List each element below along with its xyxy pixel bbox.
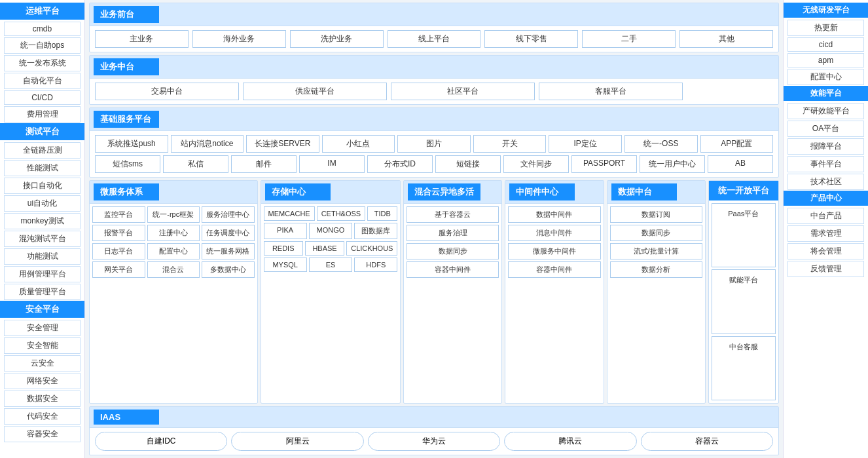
micro-service-item[interactable]: 统一-rpc框架 xyxy=(147,206,200,223)
micro-service-item[interactable]: 注册中心 xyxy=(147,225,200,241)
iaas-item[interactable]: 阿里云 xyxy=(231,432,363,451)
left-sidebar-item[interactable]: 安全管理 xyxy=(4,320,81,336)
left-sidebar-item[interactable]: 网络安全 xyxy=(4,373,81,389)
storage-item[interactable]: MONGO xyxy=(309,223,352,239)
storage-item[interactable]: REDIS xyxy=(264,241,303,256)
left-sidebar-item[interactable]: 接口自动化 xyxy=(4,178,81,194)
unified-open-item[interactable]: 赋能平台 xyxy=(712,269,776,334)
middleware-item[interactable]: 数据中间件 xyxy=(508,206,600,223)
micro-service-item[interactable]: 统一服务网格 xyxy=(202,243,255,259)
left-sidebar-item[interactable]: 用例管理平台 xyxy=(4,266,81,282)
hybrid-cloud-item[interactable]: 容器中间件 xyxy=(407,261,499,278)
left-sidebar-item[interactable]: 功能测试 xyxy=(4,248,81,265)
business-front-item[interactable]: 主业务 xyxy=(95,30,189,48)
unified-open-item[interactable]: 中台客服 xyxy=(712,336,776,400)
basic-service-item[interactable]: 站内消息notice xyxy=(171,135,244,153)
left-sidebar-item[interactable]: CI/CD xyxy=(4,90,81,105)
hybrid-cloud-item[interactable]: 服务治理 xyxy=(407,225,499,241)
micro-service-item[interactable]: 任务调度中心 xyxy=(202,225,255,241)
left-sidebar-item[interactable]: 统一发布系统 xyxy=(4,55,81,71)
unified-open-item[interactable]: Paas平台 xyxy=(712,203,776,267)
left-sidebar-item[interactable]: 代码安全 xyxy=(4,408,81,425)
right-sidebar-item[interactable]: 技术社区 xyxy=(787,174,864,190)
storage-item[interactable]: PIKA xyxy=(264,223,307,239)
business-middle-item[interactable]: 社区平台 xyxy=(391,83,535,100)
micro-service-item[interactable]: 监控平台 xyxy=(92,206,145,223)
basic-service-item[interactable]: IP定位 xyxy=(549,135,622,153)
business-middle-item[interactable]: 供应链平台 xyxy=(243,83,387,100)
right-sidebar-item[interactable]: cicd xyxy=(787,37,864,52)
data-center-item[interactable]: 流式/批量计算 xyxy=(610,243,702,259)
iaas-item[interactable]: 容器云 xyxy=(641,432,773,451)
right-sidebar-item[interactable]: 中台产品 xyxy=(787,208,864,224)
business-front-item[interactable]: 线上平台 xyxy=(388,30,481,48)
left-sidebar-item[interactable]: ui自动化 xyxy=(4,195,81,212)
left-sidebar-item[interactable]: 容器安全 xyxy=(4,426,81,442)
right-sidebar-item[interactable]: 需求管理 xyxy=(787,225,864,242)
middleware-item[interactable]: 消息中间件 xyxy=(508,225,600,241)
basic-service-item[interactable]: 开关 xyxy=(473,135,547,153)
middleware-item[interactable]: 微服务中间件 xyxy=(508,243,600,259)
basic-service-item[interactable]: 小红点 xyxy=(322,135,395,153)
micro-service-item[interactable]: 网关平台 xyxy=(92,261,145,278)
storage-item[interactable]: HBASE xyxy=(305,241,344,256)
storage-item[interactable]: HDFS xyxy=(354,258,397,272)
basic-service-item[interactable]: 私信 xyxy=(163,155,228,173)
left-sidebar-item[interactable]: 统一自助ops xyxy=(4,37,81,54)
basic-service-item[interactable]: 文件同步 xyxy=(503,155,569,173)
right-sidebar-item[interactable]: apm xyxy=(787,53,864,67)
middleware-item[interactable]: 容器中间件 xyxy=(508,261,600,278)
right-sidebar-item[interactable]: 将会管理 xyxy=(787,243,864,259)
business-middle-item[interactable]: 交易中台 xyxy=(95,83,239,100)
right-sidebar-item[interactable]: 配置中心 xyxy=(787,69,864,85)
business-front-item[interactable]: 二手 xyxy=(582,30,676,48)
left-sidebar-item[interactable]: 混沌测试平台 xyxy=(4,231,81,247)
left-sidebar-item[interactable]: monkey测试 xyxy=(4,213,81,229)
left-sidebar-item[interactable]: 自动化平台 xyxy=(4,73,81,89)
right-sidebar-item[interactable]: 报障平台 xyxy=(787,138,864,155)
micro-service-item[interactable]: 报警平台 xyxy=(92,225,145,241)
basic-service-item[interactable]: 邮件 xyxy=(231,155,297,173)
basic-service-item[interactable]: 图片 xyxy=(397,135,471,153)
storage-item[interactable]: MYSQL xyxy=(264,258,307,272)
hybrid-cloud-item[interactable]: 数据同步 xyxy=(407,243,499,259)
business-front-item[interactable]: 线下零售 xyxy=(484,30,578,48)
right-sidebar-item[interactable]: OA平台 xyxy=(787,121,864,137)
left-sidebar-item[interactable]: 安全智能 xyxy=(4,337,81,354)
right-sidebar-item[interactable]: 反馈管理 xyxy=(787,261,864,277)
left-sidebar-item[interactable]: 数据安全 xyxy=(4,391,81,407)
iaas-item[interactable]: 华为云 xyxy=(368,432,500,451)
micro-service-item[interactable]: 混合云 xyxy=(147,261,200,278)
basic-service-item[interactable]: 短链接 xyxy=(435,155,501,173)
micro-service-item[interactable]: 配置中心 xyxy=(147,243,200,259)
left-sidebar-item[interactable]: 质量管理平台 xyxy=(4,284,81,300)
basic-service-item[interactable]: APP配置 xyxy=(700,135,774,153)
basic-service-item[interactable]: 短信sms xyxy=(95,155,160,173)
data-center-item[interactable]: 数据订阅 xyxy=(610,206,702,223)
business-front-item[interactable]: 其他 xyxy=(679,30,773,48)
left-sidebar-item[interactable]: 全链路压测 xyxy=(4,142,81,159)
hybrid-cloud-item[interactable]: 基于容器云 xyxy=(407,206,499,223)
basic-service-item[interactable]: 统一-OSS xyxy=(624,135,698,153)
left-sidebar-item[interactable]: 性能测试 xyxy=(4,160,81,176)
business-middle-item[interactable]: 客服平台 xyxy=(539,83,683,100)
data-center-item[interactable]: 数据同步 xyxy=(610,225,702,241)
micro-service-item[interactable]: 多数据中心 xyxy=(202,261,255,278)
left-sidebar-item[interactable]: 云安全 xyxy=(4,355,81,372)
iaas-item[interactable]: 腾讯云 xyxy=(504,432,636,451)
basic-service-item[interactable]: 分布式ID xyxy=(367,155,433,173)
storage-item[interactable]: 图数据库 xyxy=(354,223,397,239)
left-sidebar-item[interactable]: cmdb xyxy=(4,22,81,36)
micro-service-item[interactable]: 日志平台 xyxy=(92,243,145,259)
basic-service-item[interactable]: PASSPORT xyxy=(571,155,637,173)
iaas-item[interactable]: 自建IDC xyxy=(95,432,227,451)
right-sidebar-item[interactable]: 热更新 xyxy=(787,20,864,36)
storage-item[interactable]: TIDB xyxy=(367,206,397,221)
business-front-item[interactable]: 洗护业务 xyxy=(290,30,384,48)
storage-item[interactable]: ES xyxy=(309,258,352,272)
data-center-item[interactable]: 数据分析 xyxy=(610,261,702,278)
micro-service-item[interactable]: 服务治理中心 xyxy=(202,206,255,223)
storage-item[interactable]: CETH&OSS xyxy=(317,206,366,221)
basic-service-item[interactable]: 系统推送push xyxy=(95,135,168,153)
right-sidebar-item[interactable]: 事件平台 xyxy=(787,156,864,172)
